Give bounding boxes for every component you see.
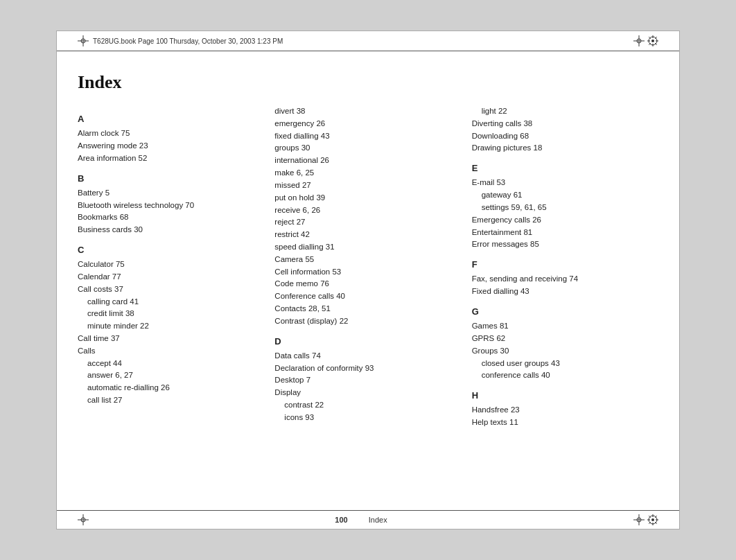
index-entry: Calendar 77	[78, 271, 264, 283]
index-entry: put on hold 39	[274, 192, 461, 204]
index-entry: Declaration of conformity 93	[274, 362, 461, 375]
index-entry: calling card 41	[78, 296, 264, 308]
index-entry: Call time 37	[78, 333, 264, 345]
section-header: D	[274, 335, 461, 349]
index-columns: AAlarm clock 75Answering mode 23Area inf…	[78, 105, 658, 429]
index-entry: Call costs 37	[78, 283, 264, 296]
index-entry: Data calls 74	[274, 350, 461, 362]
index-entry: accept 44	[78, 358, 264, 370]
svg-point-7	[651, 40, 654, 42]
index-entry: Entertainment 81	[472, 227, 658, 239]
section-header: B	[78, 172, 264, 186]
header-text: T628UG.book Page 100 Thursday, October 3…	[93, 37, 283, 45]
index-entry: Battery 5	[78, 187, 264, 200]
index-entry: missed 27	[274, 180, 461, 192]
section-header: H	[472, 389, 658, 403]
index-entry: restrict 42	[274, 229, 461, 241]
section-header: E	[472, 161, 658, 175]
index-entry: conference calls 40	[472, 369, 658, 382]
index-entry: Contacts 28, 51	[274, 303, 461, 315]
index-entry: Bookmarks 68	[78, 211, 264, 224]
index-entry: Diverting calls 38	[472, 118, 658, 130]
index-entry: Calculator 75	[78, 259, 264, 271]
index-entry: minute minder 22	[78, 320, 264, 333]
index-entry: credit limit 38	[78, 308, 264, 320]
index-entry: settings 59, 61, 65	[472, 202, 658, 214]
index-entry: automatic re-dialling 26	[78, 382, 264, 394]
index-entry: light 22	[472, 105, 658, 118]
index-entry: answer 6, 27	[78, 369, 264, 382]
index-column-col3: light 22Diverting calls 38Downloading 68…	[472, 105, 658, 429]
index-entry: Alarm clock 75	[78, 128, 264, 140]
index-entry: Help texts 11	[472, 417, 658, 429]
page-title: Index	[78, 72, 122, 92]
index-entry: Emergency calls 26	[472, 214, 658, 227]
section-header: F	[472, 258, 658, 272]
index-entry: Conference calls 40	[274, 290, 461, 303]
index-entry: Fixed dialling 43	[472, 286, 658, 298]
section-header: A	[78, 112, 264, 126]
index-entry: icons 93	[274, 412, 461, 424]
index-entry: divert 38	[274, 105, 461, 118]
index-entry: Downloading 68	[472, 130, 658, 143]
index-entry: Groups 30	[472, 345, 658, 358]
index-entry: call list 27	[78, 394, 264, 407]
svg-point-23	[651, 518, 654, 521]
index-column-col1: AAlarm clock 75Answering mode 23Area inf…	[78, 105, 274, 429]
footer-text: 100 Index	[89, 516, 633, 524]
index-entry: Cell information 53	[274, 266, 461, 279]
index-entry: Display	[274, 387, 461, 399]
index-entry: Code memo 76	[274, 278, 461, 290]
corner-bl-icon	[78, 514, 89, 525]
section-header: G	[472, 305, 658, 319]
index-entry: Answering mode 23	[78, 140, 264, 152]
index-entry: Camera 55	[274, 254, 461, 266]
index-entry: Desktop 7	[274, 374, 461, 387]
index-column-col2: divert 38emergency 26fixed dialling 43gr…	[274, 105, 471, 429]
corner-tr-icon	[633, 35, 658, 46]
section-header: C	[78, 243, 264, 257]
index-entry: Handsfree 23	[472, 404, 658, 417]
corner-tl-icon: T628UG.book Page 100 Thursday, October 3…	[78, 35, 283, 46]
corner-br-icon	[633, 514, 658, 525]
index-entry: Bluetooth wireless technology 70	[78, 200, 264, 212]
index-entry: Calls	[78, 345, 264, 358]
index-entry: Area information 52	[78, 152, 264, 165]
index-entry: E-mail 53	[472, 177, 658, 189]
index-entry: gateway 61	[472, 189, 658, 202]
index-entry: speed dialling 31	[274, 241, 461, 254]
header-bar: T628UG.book Page 100 Thursday, October 3…	[57, 31, 679, 51]
index-entry: Fax, sending and receiving 74	[472, 273, 658, 286]
index-entry: contrast 22	[274, 399, 461, 412]
index-entry: Business cards 30	[78, 224, 264, 236]
index-entry: groups 30	[274, 142, 461, 155]
footer-page-number: 100	[335, 516, 347, 524]
index-entry: fixed dialling 43	[274, 130, 461, 143]
index-entry: emergency 26	[274, 118, 461, 130]
index-entry: Games 81	[472, 320, 658, 333]
index-entry: make 6, 25	[274, 167, 461, 180]
index-entry: Drawing pictures 18	[472, 142, 658, 155]
index-entry: GPRS 62	[472, 333, 658, 345]
index-entry: reject 27	[274, 216, 461, 229]
page: T628UG.book Page 100 Thursday, October 3…	[56, 30, 680, 530]
index-entry: receive 6, 26	[274, 204, 461, 217]
index-entry: Error messages 85	[472, 238, 658, 251]
index-entry: international 26	[274, 155, 461, 167]
index-entry: closed user groups 43	[472, 358, 658, 370]
title-section: Index	[78, 72, 658, 93]
index-entry: Contrast (display) 22	[274, 315, 461, 328]
footer-label: Index	[369, 516, 387, 524]
footer-bar: 100 Index	[57, 510, 679, 529]
main-content: Index AAlarm clock 75Answering mode 23Ar…	[57, 51, 679, 493]
